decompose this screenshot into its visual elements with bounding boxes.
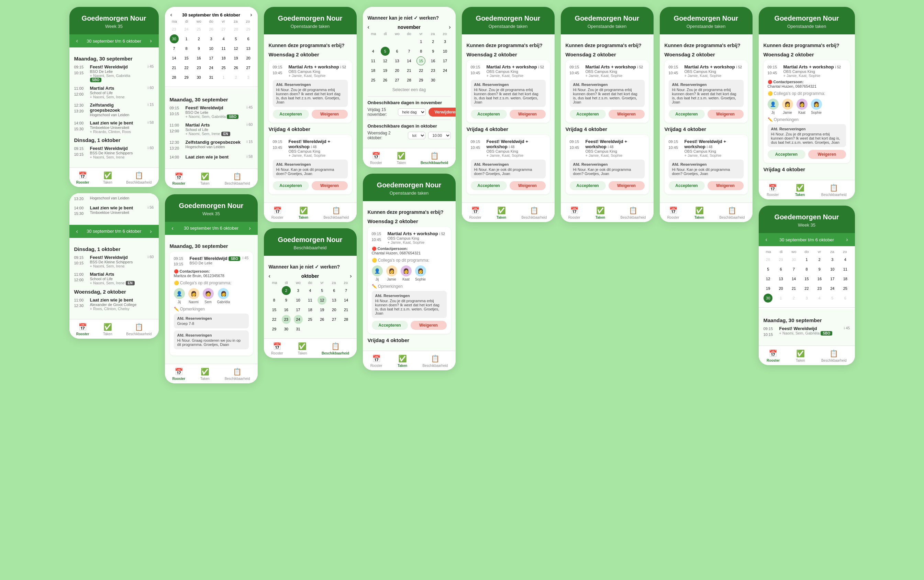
nav-taken-8[interactable]: ✅ Taken — [497, 206, 506, 219]
accept-btn-2[interactable]: Accepteren — [273, 181, 309, 190]
nav-rooster-3[interactable]: 📅 Rooster — [271, 206, 283, 219]
nav-rooster-8[interactable]: 📅 Rooster — [469, 206, 482, 219]
event-row: 11:0012:00 Martial Arts School of Life +… — [74, 272, 154, 285]
accept-full1-btn[interactable]: Accepteren — [570, 110, 606, 119]
accept-s2-btn[interactable]: Accepteren — [471, 181, 507, 190]
nav-beschikbaarheid-1[interactable]: 📋 Beschikbaarheid — [126, 171, 151, 184]
accept-r2-btn[interactable]: Accepteren — [669, 181, 705, 190]
event-row: 12:3013:20 Zelfstandig groepsbezoek Hoge… — [170, 140, 253, 151]
cal-next-avail[interactable]: › — [350, 273, 352, 279]
greeting-4: Goedemorgen Nour — [270, 236, 351, 244]
remove-nov-btn[interactable]: Verwijderen — [429, 108, 455, 117]
screen-tasks-green: Goedemorgen Nour Openstaande taken Kunne… — [363, 174, 455, 370]
screen1-header: Goedemorgen Nour Week 35 — [69, 7, 159, 35]
nav-rooster-1[interactable]: 📅 Rooster — [76, 171, 89, 184]
nav-rooster-mcr[interactable]: 📅 Rooster — [767, 349, 780, 362]
nav-taken-7[interactable]: ✅ Taken — [398, 354, 407, 367]
day-header-tue2: Dinsdag, 1 oktober — [74, 246, 154, 252]
subtitle-4: Beschikbaarheid — [270, 245, 351, 250]
nav-rooster-9[interactable]: 📅 Rooster — [568, 206, 580, 219]
nav-rooster-cal[interactable]: 📅 Rooster — [172, 172, 185, 185]
nav-beschikbaarheid-5[interactable]: 📋 Beschikbaarheid — [421, 152, 448, 165]
prev-week-btn-6[interactable]: ‹ — [170, 224, 176, 232]
unavail-nov-row: Vrijdag 15 november: hele dag Verwijdere… — [368, 107, 451, 117]
nav-taken-p[interactable]: ✅ Taken — [103, 323, 112, 336]
nav-beschikbaarheid-p[interactable]: 📋 Beschikbaarheid — [126, 323, 151, 336]
nav-beschikbaarheid-3[interactable]: 📋 Beschikbaarheid — [323, 206, 349, 219]
decline-full1-btn[interactable]: Weigeren — [608, 110, 644, 119]
nav-beschikbaarheid-8[interactable]: 📋 Beschikbaarheid — [521, 206, 547, 219]
cal-prev-avail[interactable]: ‹ — [269, 273, 270, 279]
nav-beschikbaarheid-4[interactable]: 📋 Beschikbaarheid — [322, 342, 349, 355]
task-day-wed: Woensdag 2 oktober — [269, 51, 352, 58]
decline-s2-btn[interactable]: Weigeren — [510, 181, 546, 190]
rooster-icon-6: 📅 — [174, 367, 183, 376]
cal-next-edit[interactable]: › — [449, 24, 450, 30]
nav-rooster-sophie[interactable]: 📅 Rooster — [767, 184, 779, 197]
nav-beschikbaarheid-cal[interactable]: 📋 Beschikbaarheid — [225, 172, 250, 185]
nav-rooster-r1[interactable]: 📅 Rooster — [668, 206, 679, 219]
taken-icon-mcr: ✅ — [796, 349, 805, 358]
nav-taken-1[interactable]: ✅ Taken — [103, 171, 112, 184]
task-intro-9: Kunnen deze programma's erbij? — [566, 43, 649, 48]
nav-beschikbaarheid-7[interactable]: 📋 Beschikbaarheid — [422, 354, 448, 367]
nav-taken-r1[interactable]: ✅ Taken — [694, 206, 704, 219]
subtitle-8: Openstaande taken — [467, 24, 549, 29]
nav-rooster-p[interactable]: 📅 Rooster — [76, 323, 89, 336]
nav-rooster-7[interactable]: 📅 Rooster — [370, 354, 383, 367]
prev-week-btn-p[interactable]: ‹ — [74, 227, 80, 235]
accept-full2-btn[interactable]: Accepteren — [570, 181, 606, 190]
cal-prev-edit[interactable]: ‹ — [368, 24, 369, 30]
cal-prev-btn[interactable]: ‹ — [171, 12, 172, 18]
accept-sophie-btn[interactable]: Accepteren — [768, 150, 806, 159]
nav-rooster-5[interactable]: 📅 Rooster — [370, 152, 382, 165]
decline-detail-btn[interactable]: Weigeren — [411, 321, 447, 330]
week-nav-partial[interactable]: ‹ 30 september t/m 6 oktober › — [69, 225, 159, 238]
next-week-mcr[interactable]: › — [844, 236, 850, 244]
nav-taken-cal[interactable]: ✅ Taken — [201, 172, 210, 185]
column-6: Goedemorgen Nour Openstaande taken Kunne… — [561, 7, 654, 222]
week-nav-mcr[interactable]: ‹ 30 september t/m 6 oktober › — [759, 233, 855, 246]
unavail-nov-select[interactable]: hele dag — [398, 108, 426, 116]
accept-btn-1[interactable]: Accepteren — [273, 110, 309, 119]
unavail-oct-to[interactable]: 10:00 — [428, 132, 451, 139]
nav-rooster-6[interactable]: 📅 Rooster — [172, 367, 185, 381]
task-day-fri-8: Vrijdag 4 oktober — [467, 126, 550, 132]
next-week-btn-1[interactable]: › — [148, 37, 154, 45]
week-nav-6[interactable]: ‹ 30 september t/m 6 oktober › — [165, 222, 258, 235]
nav-beschikbaarheid-r1[interactable]: 📋 Beschikbaarheid — [719, 206, 745, 219]
decline-r2-btn[interactable]: Weigeren — [707, 181, 743, 190]
next-week-btn-6[interactable]: › — [247, 224, 253, 232]
nav-taken-9[interactable]: ✅ Taken — [595, 206, 605, 219]
decline-btn-1[interactable]: Weigeren — [312, 110, 348, 119]
nav-taken-5[interactable]: ✅ Taken — [397, 152, 406, 165]
decline-btn-2[interactable]: Weigeren — [312, 181, 348, 190]
nav-taken-6[interactable]: ✅ Taken — [201, 367, 210, 381]
cal-next-btn[interactable]: › — [250, 12, 252, 18]
taken-icon: ✅ — [104, 171, 112, 180]
task-full-card2: 09:1510:45 Feest! Wereldwijd + workshop … — [566, 135, 649, 194]
nav-taken-3[interactable]: ✅ Taken — [299, 206, 308, 219]
accept-r1-btn[interactable]: Accepteren — [669, 110, 705, 119]
nav-taken-mcr[interactable]: ✅ Taken — [796, 349, 805, 362]
decline-sophie-btn[interactable]: Weigeren — [808, 150, 846, 159]
nav-taken-sophie[interactable]: ✅ Taken — [795, 184, 805, 197]
nav-taken-4[interactable]: ✅ Taken — [298, 342, 307, 355]
accept-s1-btn[interactable]: Accepteren — [471, 110, 507, 119]
prev-week-btn-1[interactable]: ‹ — [74, 37, 80, 45]
task-btn-s1: Accepteren Weigeren — [471, 110, 546, 119]
beschikbaarheid-icon-5: 📋 — [430, 152, 439, 160]
nav-rooster-4[interactable]: 📅 Rooster — [271, 342, 283, 355]
decline-r1-btn[interactable]: Weigeren — [707, 110, 743, 119]
prev-week-mcr[interactable]: ‹ — [763, 236, 769, 244]
nav-beschikbaarheid-sophie[interactable]: 📋 Beschikbaarheid — [821, 184, 847, 197]
nav-beschikbaarheid-mcr[interactable]: 📋 Beschikbaarheid — [821, 349, 847, 362]
nav-beschikbaarheid-6[interactable]: 📋 Beschikbaarheid — [225, 367, 250, 381]
decline-full2-btn[interactable]: Weigeren — [608, 181, 644, 190]
week-nav-1[interactable]: ‹ 30 september t/m 6 oktober › — [69, 35, 159, 48]
unavail-oct-from[interactable]: tot — [408, 132, 426, 139]
accept-detail-btn[interactable]: Accepteren — [372, 321, 408, 330]
next-week-btn-p[interactable]: › — [148, 227, 154, 235]
decline-s1-btn[interactable]: Weigeren — [510, 110, 546, 119]
nav-beschikbaarheid-9[interactable]: 📋 Beschikbaarheid — [620, 206, 646, 219]
